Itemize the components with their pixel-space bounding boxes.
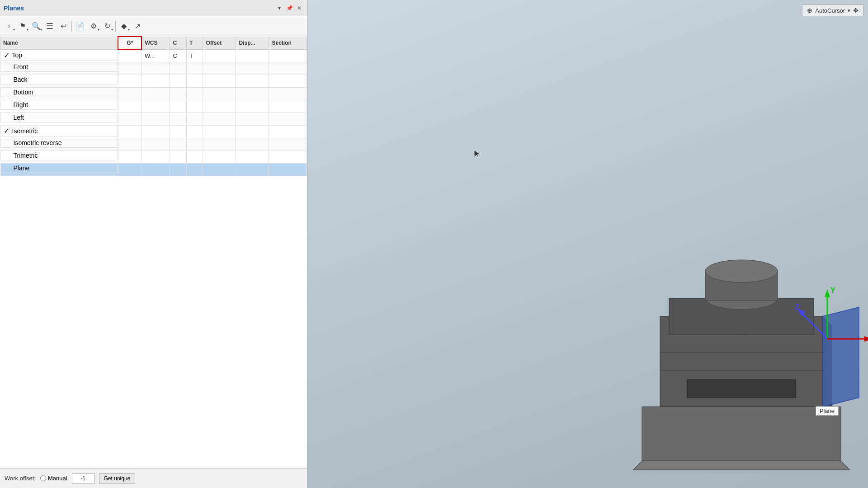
settings-button[interactable]: ⚙ [87, 20, 100, 33]
arrow-icon: ↗ [135, 22, 141, 30]
row-name: Right [14, 101, 28, 108]
g-cell [118, 62, 142, 75]
check-cell: Right [0, 100, 118, 110]
wcs-cell [142, 75, 170, 87]
toolbar: + ⚑ 🔍 ☰ ↩ 📄 ⚙ ↻ [0, 16, 307, 36]
table-row[interactable]: Plane [0, 163, 307, 176]
undo-icon: ↩ [61, 22, 66, 30]
svg-marker-9 [823, 307, 859, 407]
mouse-cursor [473, 149, 482, 158]
search-icon: 🔍 [32, 22, 41, 30]
arrow-button[interactable]: ↗ [131, 20, 144, 33]
g-cell [118, 125, 142, 138]
get-unique-button[interactable]: Get unique [99, 473, 136, 484]
document-button[interactable]: 📄 [74, 20, 86, 33]
col-offset: Offset [203, 37, 236, 49]
shape-button[interactable]: ◆ [118, 20, 130, 33]
wcs-cell [142, 113, 170, 125]
table-row[interactable]: Back [0, 75, 307, 87]
autocursor-label: AutoCursor [815, 7, 845, 14]
c-cell [170, 100, 187, 113]
c-cell [170, 125, 187, 138]
g-cell [118, 113, 142, 125]
svg-marker-14 [825, 289, 830, 297]
c-cell [170, 113, 187, 125]
checkmark-icon: ✓ [4, 127, 9, 135]
table-row[interactable]: Right [0, 100, 307, 113]
autocursor-settings-icon[interactable]: ✥ [853, 7, 859, 14]
offset-cell [203, 49, 236, 62]
planes-panel: Planes ▾ 📌 ✕ + ⚑ 🔍 ☰ ↩ [0, 0, 307, 488]
title-bar-left: Planes [4, 5, 24, 12]
table-row[interactable]: Trimetric [0, 150, 307, 163]
separator-2 [115, 21, 116, 32]
table-row[interactable]: ✓Isometric [0, 125, 307, 138]
disp-cell [236, 62, 269, 75]
col-section: Section [269, 37, 307, 49]
manual-radio-label: Manual [48, 475, 67, 482]
refresh-button[interactable]: ↻ [101, 20, 113, 33]
t-cell [186, 150, 203, 163]
offset-cell [203, 163, 236, 176]
col-t: T [186, 37, 203, 49]
settings-icon: ⚙ [90, 22, 97, 30]
table-row[interactable]: ✓TopW...CT [0, 49, 307, 62]
section-cell [269, 49, 307, 62]
col-c: C [170, 37, 187, 49]
check-cell: Plane [0, 163, 118, 173]
section-cell [269, 62, 307, 75]
col-wcs: WCS [142, 37, 170, 49]
dropdown-btn[interactable]: ▾ [275, 4, 283, 12]
add-icon: + [7, 22, 11, 30]
offset-cell [203, 75, 236, 87]
pin-btn[interactable]: 📌 [285, 4, 293, 12]
disp-cell [236, 150, 269, 163]
check-cell: Front [0, 62, 118, 72]
offset-cell [203, 125, 236, 138]
document-icon: 📄 [75, 22, 85, 30]
undo-button[interactable]: ↩ [57, 20, 70, 33]
disp-cell [236, 49, 269, 62]
close-btn[interactable]: ✕ [295, 4, 303, 12]
check-cell: ✓Top [0, 50, 118, 61]
col-name: Name [0, 37, 118, 49]
work-offset-input[interactable] [72, 473, 94, 484]
flag-button[interactable]: ⚑ [16, 20, 29, 33]
refresh-icon: ↻ [104, 22, 110, 30]
shape-icon: ◆ [121, 22, 127, 30]
autocursor-dropdown[interactable]: ▾ [848, 8, 850, 14]
offset-cell [203, 87, 236, 100]
table-row[interactable]: Isometric reverse [0, 138, 307, 150]
lines-icon: ☰ [46, 21, 53, 31]
plane-label: Plane [816, 406, 839, 416]
manual-radio[interactable] [40, 475, 46, 481]
section-cell [269, 125, 307, 138]
offset-cell [203, 138, 236, 150]
section-cell [269, 87, 307, 100]
check-cell: Bottom [0, 87, 118, 97]
offset-cell [203, 150, 236, 163]
search-button[interactable]: 🔍 [30, 20, 42, 33]
svg-marker-1 [633, 461, 850, 470]
g-cell [118, 49, 142, 62]
section-cell [269, 150, 307, 163]
table-row[interactable]: Front [0, 62, 307, 75]
disp-cell [236, 75, 269, 87]
checkmark-icon: ✓ [4, 51, 9, 60]
wcs-cell [142, 125, 170, 138]
title-bar-controls: ▾ 📌 ✕ [275, 4, 303, 12]
offset-cell [203, 62, 236, 75]
table-row[interactable]: Left [0, 113, 307, 125]
add-button[interactable]: + [3, 20, 15, 33]
row-name: Trimetric [14, 152, 38, 159]
col-g[interactable]: G* [118, 37, 142, 49]
c-cell [170, 150, 187, 163]
svg-point-8 [705, 260, 778, 282]
table-row[interactable]: Bottom [0, 87, 307, 100]
t-cell [186, 87, 203, 100]
title-bar: Planes ▾ 📌 ✕ [0, 0, 307, 16]
row-name: Back [14, 76, 28, 83]
svg-text:Z: Z [795, 303, 799, 311]
lines-button[interactable]: ☰ [43, 20, 56, 33]
panel-title: Planes [4, 5, 24, 12]
